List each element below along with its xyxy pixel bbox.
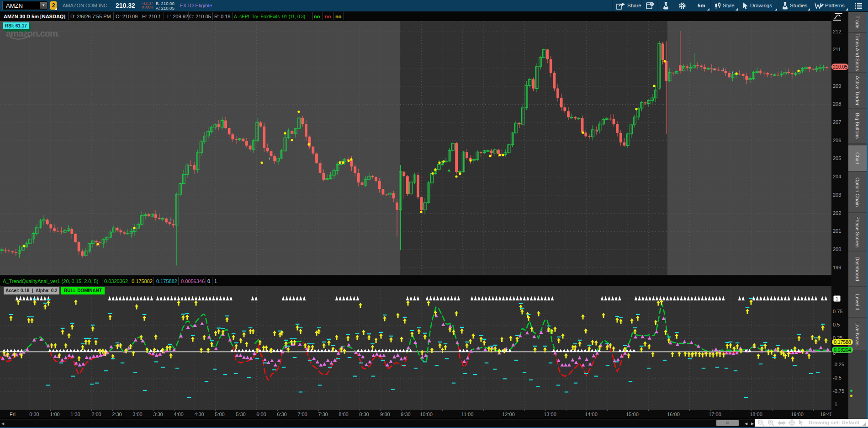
- svg-text:+: +: [731, 70, 734, 75]
- svg-text:T: T: [722, 67, 725, 72]
- svg-text:+: +: [596, 128, 599, 134]
- svg-text:+: +: [268, 156, 271, 161]
- svg-text:T: T: [169, 217, 173, 222]
- svg-text:+: +: [713, 66, 715, 72]
